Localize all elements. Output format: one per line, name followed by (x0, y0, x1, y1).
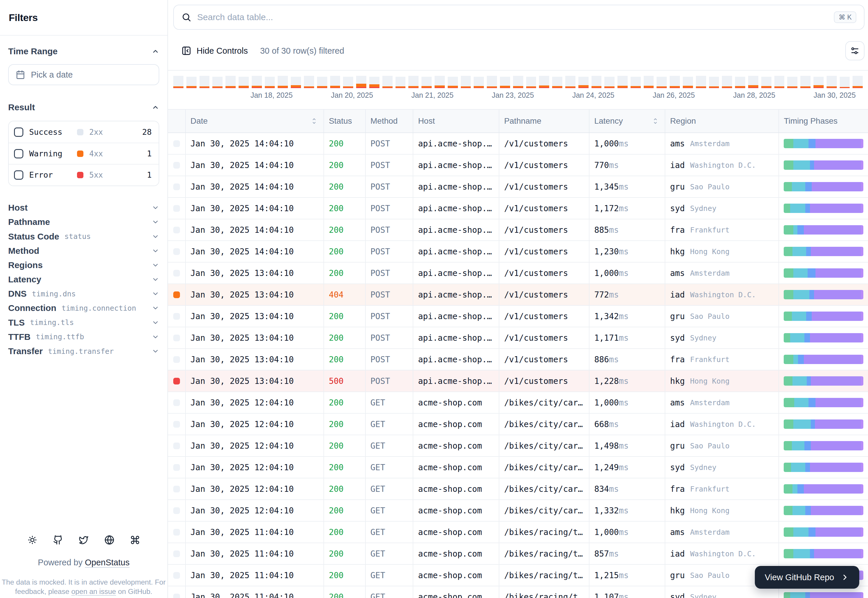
histogram-bar[interactable] (474, 77, 484, 88)
result-option-warning[interactable]: Warning4xx1 (9, 143, 159, 164)
filter-section-transfer[interactable]: Transfertiming.transfer (8, 344, 159, 358)
filter-section-regions[interactable]: Regions (8, 258, 159, 272)
checkbox[interactable] (14, 149, 23, 158)
histogram-bar[interactable] (826, 76, 837, 88)
command-icon[interactable] (130, 535, 140, 545)
histogram-bar[interactable] (382, 76, 393, 88)
histogram-bar[interactable] (187, 77, 197, 88)
table-row[interactable]: Jan 30, 2025 14:04:10200POSTapi.acme-sho… (168, 155, 868, 176)
histogram-bar[interactable] (539, 76, 549, 88)
sun-icon[interactable] (27, 535, 37, 545)
table-row[interactable]: Jan 30, 2025 12:04:10200GETacme-shop.com… (168, 414, 868, 435)
histogram-bar[interactable] (565, 76, 575, 88)
histogram-bar[interactable] (239, 77, 249, 88)
table-row[interactable]: Jan 30, 2025 14:04:10200POSTapi.acme-sho… (168, 219, 868, 241)
histogram-bar[interactable] (278, 76, 288, 88)
table-row[interactable]: Jan 30, 2025 11:04:10200GETacme-shop.com… (168, 522, 868, 543)
histogram-bar[interactable] (304, 76, 314, 88)
histogram-bar[interactable] (356, 76, 366, 88)
histogram-bar[interactable] (212, 77, 223, 88)
filter-section-pathname[interactable]: Pathname (8, 215, 159, 229)
histogram-bar[interactable] (657, 77, 667, 88)
column-header-latency[interactable]: Latency (589, 110, 665, 132)
table-row[interactable]: Jan 30, 2025 14:04:10200POSTapi.acme-sho… (168, 133, 868, 155)
histogram-bar[interactable] (396, 77, 406, 88)
filter-section-connection[interactable]: Connectiontiming.connection (8, 301, 159, 315)
checkbox[interactable] (14, 127, 23, 137)
histogram-bar[interactable] (722, 76, 732, 88)
histogram-bar[interactable] (683, 77, 693, 88)
histogram-bar[interactable] (630, 77, 641, 88)
histogram-bar[interactable] (252, 76, 262, 88)
table-row[interactable]: Jan 30, 2025 13:04:10200POSTapi.acme-sho… (168, 306, 868, 327)
table-row[interactable]: Jan 30, 2025 12:04:10200GETacme-shop.com… (168, 457, 868, 478)
histogram-bar[interactable] (696, 76, 706, 88)
histogram-bar[interactable] (448, 77, 458, 88)
table-row[interactable]: Jan 30, 2025 12:04:10200GETacme-shop.com… (168, 500, 868, 522)
result-option-error[interactable]: Error5xx1 (9, 164, 159, 185)
result-option-success[interactable]: Success2xx28 (9, 121, 159, 143)
open-issue-link[interactable]: open an issue (72, 588, 116, 595)
histogram-bar[interactable] (500, 77, 510, 88)
histogram-bar[interactable] (787, 77, 798, 88)
search-bar[interactable]: Search data table... ⌘ K (173, 4, 865, 30)
histogram-bar[interactable] (735, 77, 745, 88)
table-row[interactable]: Jan 30, 2025 13:04:10200POSTapi.acme-sho… (168, 349, 868, 371)
hide-controls-button[interactable]: Hide Controls (173, 46, 248, 56)
time-range-section-header[interactable]: Time Range (8, 45, 159, 58)
histogram-bar[interactable] (369, 77, 379, 88)
twitter-icon[interactable] (79, 535, 89, 545)
histogram-bar[interactable] (578, 77, 589, 88)
histogram-bar[interactable] (617, 76, 627, 88)
result-section-header[interactable]: Result (8, 101, 159, 114)
histogram-bar[interactable] (774, 76, 784, 88)
openstatus-link[interactable]: OpenStatus (85, 558, 130, 567)
histogram-bar[interactable] (513, 76, 523, 88)
histogram-bar[interactable] (604, 77, 614, 88)
histogram-bar[interactable] (644, 76, 654, 88)
checkbox[interactable] (14, 170, 23, 180)
table-row[interactable]: Jan 30, 2025 12:04:10200GETacme-shop.com… (168, 392, 868, 414)
sort-icon[interactable] (310, 117, 318, 125)
histogram-bar[interactable] (317, 77, 327, 88)
histogram-bar[interactable] (330, 76, 341, 88)
view-options-button[interactable] (845, 41, 865, 60)
histogram-bar[interactable] (853, 76, 863, 88)
histogram-bar[interactable] (487, 76, 497, 88)
histogram-bar[interactable] (552, 77, 562, 88)
table-row[interactable]: Jan 30, 2025 13:04:10200POSTapi.acme-sho… (168, 327, 868, 349)
histogram-bar[interactable] (200, 76, 210, 88)
histogram-bar[interactable] (226, 76, 236, 88)
table-row[interactable]: Jan 30, 2025 14:04:10200POSTapi.acme-sho… (168, 198, 868, 219)
filter-section-latency[interactable]: Latency (8, 272, 159, 287)
table-row[interactable]: Jan 30, 2025 14:04:10200POSTapi.acme-sho… (168, 241, 868, 263)
sort-icon[interactable] (651, 117, 659, 125)
histogram-bar[interactable] (435, 76, 445, 88)
table-row[interactable]: Jan 30, 2025 12:04:10200GETacme-shop.com… (168, 478, 868, 500)
table-row[interactable]: Jan 30, 2025 13:04:10404POSTapi.acme-sho… (168, 284, 868, 306)
github-icon[interactable] (53, 535, 63, 545)
histogram-bar[interactable] (748, 76, 758, 88)
column-header-date[interactable]: Date (186, 110, 324, 132)
filter-section-status-code[interactable]: Status Codestatus (8, 229, 159, 244)
histogram-bar[interactable] (173, 76, 184, 88)
table-row[interactable]: Jan 30, 2025 12:04:10200GETacme-shop.com… (168, 435, 868, 457)
histogram-bar[interactable] (592, 76, 602, 88)
date-picker-button[interactable]: Pick a date (8, 64, 159, 85)
filter-section-host[interactable]: Host (8, 201, 159, 215)
filter-section-tls[interactable]: TLStiming.tls (8, 315, 159, 330)
histogram-bar[interactable] (526, 77, 536, 88)
histogram-bar[interactable] (265, 77, 275, 88)
table-row[interactable]: Jan 30, 2025 14:04:10200POSTapi.acme-sho… (168, 176, 868, 198)
histogram-bar[interactable] (670, 76, 680, 88)
filter-section-method[interactable]: Method (8, 244, 159, 258)
histogram-bar[interactable] (408, 76, 418, 88)
histogram-bar[interactable] (840, 77, 850, 88)
table-row[interactable]: Jan 30, 2025 13:04:10500POSTapi.acme-sho… (168, 371, 868, 392)
histogram-bar[interactable] (800, 76, 811, 88)
histogram-bar[interactable] (291, 77, 301, 88)
histogram-bar[interactable] (461, 76, 471, 88)
filter-section-dns[interactable]: DNStiming.dns (8, 287, 159, 301)
table-row[interactable]: Jan 30, 2025 11:04:10200GETacme-shop.com… (168, 543, 868, 565)
histogram-bar[interactable] (761, 77, 771, 88)
